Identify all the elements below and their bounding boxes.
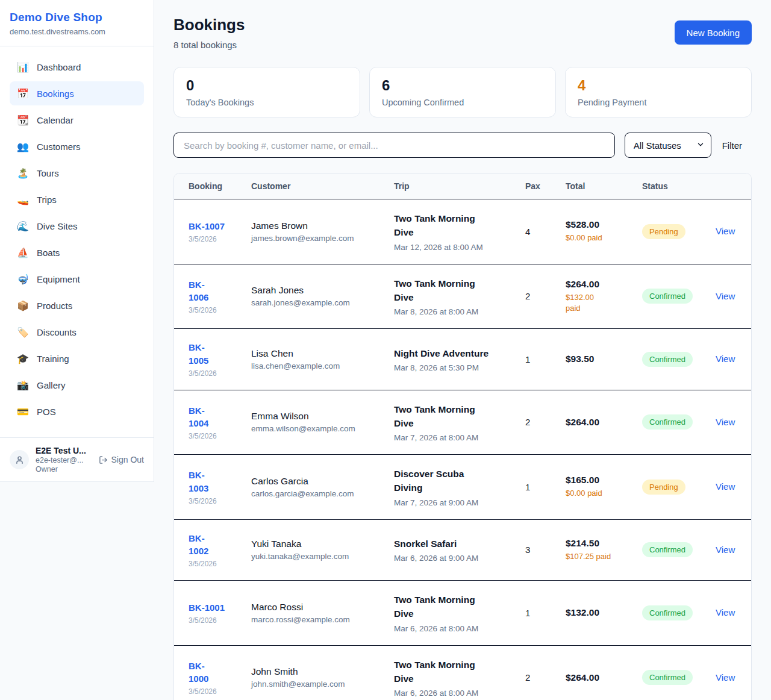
table-row: BK- 10003/5/2026 John Smithjohn.smith@ex… xyxy=(174,645,751,700)
shop-domain: demo.test.divestreams.com xyxy=(10,27,144,36)
tag-icon: 🏷️ xyxy=(17,327,29,338)
filter-button[interactable]: Filter xyxy=(721,140,752,151)
sidebar-item-pos[interactable]: 💳POS xyxy=(10,399,144,423)
customer-email: sarah.jones@example.com xyxy=(251,298,375,307)
sidebar-item-label: Equipment xyxy=(37,274,80,284)
sign-out-button[interactable]: Sign Out xyxy=(99,455,144,464)
sidebar-item-tours[interactable]: 🏝️Tours xyxy=(10,161,144,185)
sidebar-item-products[interactable]: 📦Products xyxy=(10,293,144,317)
stat-label: Upcoming Confirmed xyxy=(382,98,543,107)
booking-date: 3/5/2026 xyxy=(189,497,232,505)
stat-value: 6 xyxy=(382,78,543,93)
customer-name: Marco Rossi xyxy=(251,602,375,613)
view-link[interactable]: View xyxy=(716,545,735,555)
column-header-customer: Customer xyxy=(242,173,384,199)
booking-date: 3/5/2026 xyxy=(189,369,232,378)
bookings-table: Booking Customer Trip Pax Total Status B… xyxy=(174,173,751,700)
user-name: E2E Test U... xyxy=(36,446,92,455)
customer-name: Emma Wilson xyxy=(251,411,375,422)
sidebar-item-training[interactable]: 🎓Training xyxy=(10,346,144,370)
booking-link[interactable]: BK- 1006 xyxy=(189,278,208,305)
calendar-icon: 📅 xyxy=(17,88,29,99)
trip-name: Two Tank Morning Dive xyxy=(394,277,506,305)
search-input[interactable] xyxy=(173,133,615,158)
trip-datetime: Mar 12, 2026 at 8:00 AM xyxy=(394,243,506,252)
sidebar-nav: 📊Dashboard 📅Bookings 📆Calendar 👥Customer… xyxy=(0,46,154,437)
avatar xyxy=(10,450,29,469)
customer-email: emma.wilson@example.com xyxy=(251,424,375,433)
total-amount: $93.50 xyxy=(566,354,623,364)
sidebar-item-label: Dashboard xyxy=(37,62,81,72)
user-email: e2e-tester@... xyxy=(36,456,92,464)
sidebar-item-dashboard[interactable]: 📊Dashboard xyxy=(10,55,144,79)
customer-name: James Brown xyxy=(251,220,375,231)
booking-link[interactable]: BK-1001 xyxy=(189,601,225,614)
booking-link[interactable]: BK- 1000 xyxy=(189,660,208,686)
table-header-row: Booking Customer Trip Pax Total Status xyxy=(174,173,751,199)
speedboat-icon: 🚤 xyxy=(17,194,29,205)
total-amount: $528.00 xyxy=(566,219,623,230)
sidebar-item-discounts[interactable]: 🏷️Discounts xyxy=(10,320,144,344)
trip-name: Snorkel Safari xyxy=(394,537,506,551)
sidebar-item-trips[interactable]: 🚤Trips xyxy=(10,187,144,211)
customer-name: Yuki Tanaka xyxy=(251,539,375,549)
stat-card-todays-bookings: 0 Today's Bookings xyxy=(173,67,360,117)
package-icon: 📦 xyxy=(17,300,29,311)
booking-date: 3/5/2026 xyxy=(189,687,232,696)
status-badge: Confirmed xyxy=(642,414,693,430)
customer-email: marco.rossi@example.com xyxy=(251,615,375,624)
view-link[interactable]: View xyxy=(716,226,735,236)
table-row: BK- 10033/5/2026 Carlos Garciacarlos.gar… xyxy=(174,455,751,520)
table-row: BK-10013/5/2026 Marco Rossimarco.rossi@e… xyxy=(174,581,751,646)
sidebar-item-boats[interactable]: ⛵Boats xyxy=(10,240,144,264)
booking-link[interactable]: BK-1007 xyxy=(189,220,225,233)
new-booking-button[interactable]: New Booking xyxy=(675,20,752,45)
trip-name: Two Tank Morning Dive xyxy=(394,593,506,621)
stat-value: 0 xyxy=(186,78,348,93)
column-header-actions xyxy=(706,173,751,199)
stat-card-upcoming-confirmed: 6 Upcoming Confirmed xyxy=(369,67,556,117)
booking-date: 3/5/2026 xyxy=(189,616,232,625)
sidebar-item-calendar[interactable]: 📆Calendar xyxy=(10,108,144,132)
sidebar-item-gallery[interactable]: 📸Gallery xyxy=(10,373,144,397)
booking-link[interactable]: BK- 1003 xyxy=(189,469,208,495)
people-icon: 👥 xyxy=(17,141,29,152)
view-link[interactable]: View xyxy=(716,672,735,683)
status-badge: Confirmed xyxy=(642,289,693,304)
pax-value: 1 xyxy=(516,455,556,520)
trip-datetime: Mar 7, 2026 at 9:00 AM xyxy=(394,498,506,507)
sidebar-item-label: Discounts xyxy=(37,327,76,337)
column-header-total: Total xyxy=(556,173,632,199)
view-link[interactable]: View xyxy=(716,417,735,427)
sidebar-item-dive-sites[interactable]: 🌊Dive Sites xyxy=(10,214,144,238)
total-amount: $132.00 xyxy=(566,607,623,618)
booking-link[interactable]: BK- 1002 xyxy=(189,532,208,558)
customer-email: lisa.chen@example.com xyxy=(251,361,375,370)
booking-link[interactable]: BK- 1004 xyxy=(189,404,208,431)
view-link[interactable]: View xyxy=(716,354,735,364)
column-header-status: Status xyxy=(632,173,706,199)
booking-link[interactable]: BK- 1005 xyxy=(189,341,208,367)
bar-chart-icon: 📊 xyxy=(17,61,29,73)
person-icon xyxy=(14,455,25,465)
table-row: BK- 10053/5/2026 Lisa Chenlisa.chen@exam… xyxy=(174,329,751,390)
sidebar-item-equipment[interactable]: 🤿Equipment xyxy=(10,267,144,291)
sidebar-item-label: Tours xyxy=(37,168,59,178)
paid-amount: $107.25 paid xyxy=(566,551,623,562)
total-amount: $264.00 xyxy=(566,417,623,428)
sailboat-icon: ⛵ xyxy=(17,247,29,258)
column-header-pax: Pax xyxy=(516,173,556,199)
customer-name: Sarah Jones xyxy=(251,285,375,296)
customer-name: Lisa Chen xyxy=(251,348,375,359)
view-link[interactable]: View xyxy=(716,291,735,301)
status-select[interactable]: All Statuses xyxy=(625,133,711,158)
customer-email: james.brown@example.com xyxy=(251,234,375,243)
view-link[interactable]: View xyxy=(716,607,735,617)
stat-value: 4 xyxy=(578,78,739,93)
graduation-cap-icon: 🎓 xyxy=(17,353,29,364)
sidebar-item-bookings[interactable]: 📅Bookings xyxy=(10,81,144,105)
view-link[interactable]: View xyxy=(716,481,735,492)
island-icon: 🏝️ xyxy=(17,167,29,179)
sidebar-item-customers[interactable]: 👥Customers xyxy=(10,134,144,158)
sidebar-item-label: Bookings xyxy=(37,89,74,99)
